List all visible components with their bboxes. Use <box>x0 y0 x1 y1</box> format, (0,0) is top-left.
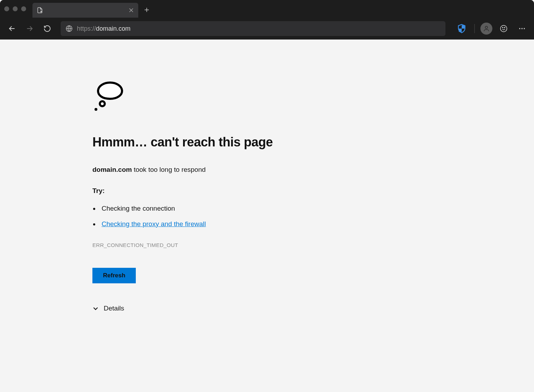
svg-point-15 <box>504 27 505 28</box>
feedback-smiley-button[interactable] <box>497 22 511 36</box>
svg-rect-11 <box>459 29 462 32</box>
browser-chrome: https://domain.com <box>0 0 534 40</box>
chevron-down-icon <box>92 305 99 312</box>
svg-rect-10 <box>462 25 465 29</box>
tab-bar <box>0 0 534 18</box>
try-item: Checking the connection <box>99 205 534 212</box>
thought-bubble-icon <box>92 78 128 114</box>
try-label: Try: <box>92 187 534 195</box>
svg-point-13 <box>500 25 507 32</box>
tracking-shield-button[interactable] <box>455 22 469 36</box>
window-minimize-button[interactable] <box>13 6 18 11</box>
globe-icon <box>66 25 73 32</box>
svg-point-18 <box>524 28 525 29</box>
toolbar: https://domain.com <box>0 18 534 40</box>
svg-point-17 <box>521 28 522 29</box>
window-close-button[interactable] <box>4 6 9 11</box>
proxy-firewall-link[interactable]: Checking the proxy and the firewall <box>102 220 206 228</box>
tab-favicon-error-icon <box>37 7 43 13</box>
forward-button[interactable] <box>23 22 37 36</box>
refresh-button[interactable] <box>40 22 54 36</box>
error-title: Hmmm… can't reach this page <box>92 135 534 150</box>
svg-point-20 <box>95 108 97 111</box>
url-domain: domain.com <box>96 25 131 32</box>
back-button[interactable] <box>5 22 19 36</box>
error-message-domain: domain.com <box>92 166 132 173</box>
browser-tab[interactable] <box>32 3 138 18</box>
svg-point-16 <box>519 28 520 29</box>
details-label: Details <box>104 304 124 312</box>
url-text: https://domain.com <box>77 25 131 32</box>
error-message-rest: took too long to respond <box>132 166 206 173</box>
svg-point-19 <box>100 101 105 106</box>
try-list: Checking the connection Checking the pro… <box>92 205 534 228</box>
address-bar[interactable]: https://domain.com <box>61 21 445 36</box>
toolbar-divider <box>474 24 475 33</box>
url-prefix: https:// <box>77 25 96 32</box>
try-item: Checking the proxy and the firewall <box>99 220 534 228</box>
window-controls <box>4 6 26 11</box>
new-tab-button[interactable] <box>140 4 153 16</box>
close-tab-button[interactable] <box>128 7 134 13</box>
toolbar-right <box>455 22 529 36</box>
profile-button[interactable] <box>480 23 492 35</box>
svg-point-14 <box>502 27 503 28</box>
try-item-text: Checking the connection <box>102 205 175 212</box>
more-menu-button[interactable] <box>515 22 529 36</box>
window-maximize-button[interactable] <box>21 6 26 11</box>
svg-point-12 <box>485 26 488 29</box>
error-message: domain.com took too long to respond <box>92 166 534 174</box>
error-page: Hmmm… can't reach this page domain.com t… <box>0 40 534 392</box>
error-code: ERR_CONNECTION_TIMED_OUT <box>92 242 534 248</box>
refresh-page-button[interactable]: Refresh <box>92 268 136 283</box>
details-toggle[interactable]: Details <box>92 304 534 312</box>
